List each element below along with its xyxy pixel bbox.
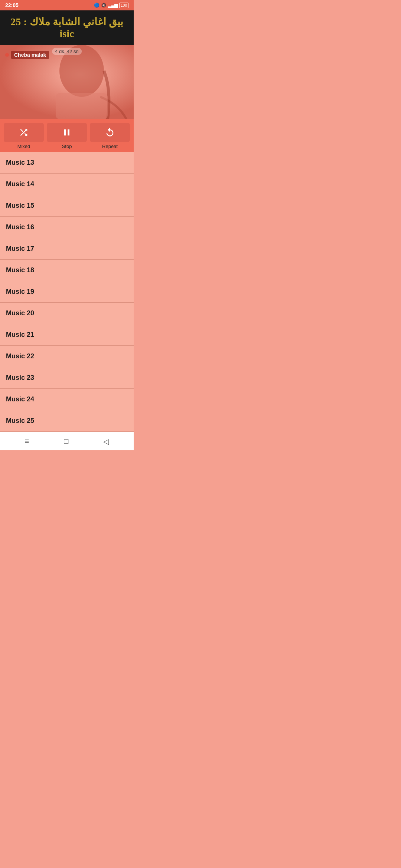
music-item-label: Music 18 [6, 266, 34, 274]
music-item-label: Music 22 [6, 352, 34, 360]
svg-rect-2 [56, 93, 108, 119]
status-icons: 🔵 🔇 ▂▄▆ 100 [94, 3, 128, 8]
music-list: Music 13Music 14Music 15Music 16Music 17… [0, 152, 134, 432]
repeat-label: Repeat [90, 144, 130, 149]
status-time: 22:05 [5, 2, 19, 8]
playing-indicator [5, 53, 9, 57]
header-banner: بيق اغاني الشابة ملاك : 25 isic [0, 10, 134, 45]
music-item-label: Music 17 [6, 245, 34, 253]
music-list-item-m25[interactable]: Music 25 [0, 410, 134, 432]
music-list-item-m14[interactable]: Music 14 [0, 174, 134, 195]
music-item-label: Music 25 [6, 417, 34, 425]
shuffle-button[interactable] [4, 123, 44, 142]
music-item-label: Music 23 [6, 374, 34, 382]
status-bar: 22:05 🔵 🔇 ▂▄▆ 100 [0, 0, 134, 10]
music-list-item-m16[interactable]: Music 16 [0, 217, 134, 238]
shuffle-label: Mixed [4, 144, 44, 149]
music-list-item-m19[interactable]: Music 19 [0, 281, 134, 303]
battery-indicator: 100 [119, 3, 128, 8]
bluetooth-icon: 🔵 [94, 3, 100, 8]
app-title: بيق اغاني الشابة ملاك : 25 isic [6, 16, 128, 40]
music-list-item-m21[interactable]: Music 21 [0, 324, 134, 346]
music-item-label: Music 19 [6, 288, 34, 296]
stop-button[interactable] [47, 123, 87, 142]
controls-labels: Mixed Stop Repeat [0, 142, 134, 152]
music-item-label: Music 16 [6, 223, 34, 231]
music-item-label: Music 24 [6, 395, 34, 403]
duration-label: 4 dk, 42 sn [52, 48, 82, 55]
music-list-item-m13[interactable]: Music 13 [0, 152, 134, 174]
music-item-label: Music 21 [6, 331, 34, 339]
music-list-item-m23[interactable]: Music 23 [0, 367, 134, 389]
home-icon[interactable]: □ [64, 437, 68, 445]
controls-section: Mixed Stop Repeat [0, 119, 134, 152]
artist-label: Cheba malak [5, 51, 49, 59]
nav-bar: ≡ □ ◁ [0, 432, 134, 450]
music-list-item-m17[interactable]: Music 17 [0, 238, 134, 260]
music-list-item-m15[interactable]: Music 15 [0, 195, 134, 217]
controls-buttons [0, 123, 134, 142]
stop-label: Stop [47, 144, 87, 149]
music-list-item-m18[interactable]: Music 18 [0, 260, 134, 281]
music-item-label: Music 14 [6, 180, 34, 188]
menu-icon[interactable]: ≡ [25, 437, 29, 445]
music-item-label: Music 20 [6, 309, 34, 317]
artist-name: Cheba malak [11, 51, 49, 59]
music-list-item-m20[interactable]: Music 20 [0, 303, 134, 324]
music-item-label: Music 15 [6, 202, 34, 210]
repeat-button[interactable] [90, 123, 130, 142]
music-list-item-m24[interactable]: Music 24 [0, 389, 134, 410]
volume-icon: 🔇 [101, 3, 107, 8]
music-list-item-m22[interactable]: Music 22 [0, 346, 134, 367]
signal-icon: ▂▄▆ [108, 3, 118, 8]
music-item-label: Music 13 [6, 159, 34, 167]
back-icon[interactable]: ◁ [103, 437, 109, 446]
player-section: 4 dk, 42 sn Cheba malak [0, 45, 134, 119]
